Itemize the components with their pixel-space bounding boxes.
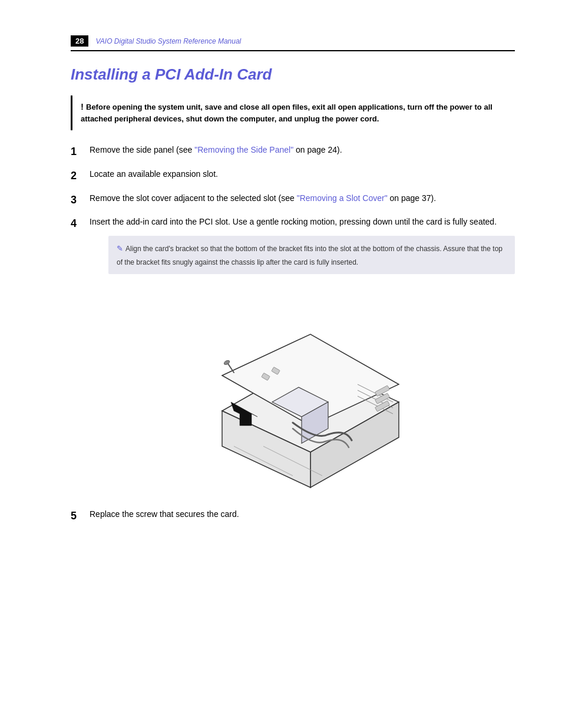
step-1-content: Remove the side panel (see "Removing the… <box>90 143 342 160</box>
header-bar: 28 VAIO Digital Studio System Reference … <box>71 35 515 51</box>
steps-list: 1 Remove the side panel (see "Removing t… <box>71 143 515 281</box>
pci-card-diagram <box>175 293 411 493</box>
step-4-number: 4 <box>71 215 90 281</box>
slot-cover-link[interactable]: "Removing a Slot Cover" <box>297 193 388 203</box>
step-3: 3 Remove the slot cover adjacent to the … <box>71 192 515 209</box>
note-icon: ✎ <box>117 244 123 253</box>
step-5: 5 Replace the screw that secures the car… <box>71 508 515 525</box>
note-box: ✎Align the card's bracket so that the bo… <box>108 236 515 274</box>
section-title: Installing a PCI Add-In Card <box>71 65 515 84</box>
step-3-content: Remove the slot cover adjacent to the se… <box>90 192 436 209</box>
header-title: VAIO Digital Studio System Reference Man… <box>95 37 241 45</box>
warning-box: !Before opening the system unit, save an… <box>71 95 515 130</box>
step-4-body: Insert the add-in card into the PCI slot… <box>90 215 515 281</box>
step-4-content: Insert the add-in card into the PCI slot… <box>90 217 497 226</box>
page-number: 28 <box>71 35 88 47</box>
step-1-number: 1 <box>71 143 90 160</box>
steps-list-continued: 5 Replace the screw that secures the car… <box>71 508 515 525</box>
step-2: 2 Locate an available expansion slot. <box>71 167 515 185</box>
diagram-container <box>71 293 515 493</box>
step-5-content: Replace the screw that secures the card. <box>90 508 239 525</box>
step-2-number: 2 <box>71 167 90 185</box>
step-5-number: 5 <box>71 508 90 525</box>
step-1: 1 Remove the side panel (see "Removing t… <box>71 143 515 160</box>
step-4: 4 Insert the add-in card into the PCI sl… <box>71 215 515 281</box>
side-panel-link[interactable]: "Removing the Side Panel" <box>194 145 293 154</box>
step-3-number: 3 <box>71 192 90 209</box>
warning-icon: ! <box>81 101 84 111</box>
note-text: Align the card's bracket so that the bot… <box>117 245 503 266</box>
warning-text: Before opening the system unit, save and… <box>81 103 492 123</box>
page: 28 VAIO Digital Studio System Reference … <box>0 0 562 728</box>
step-2-content: Locate an available expansion slot. <box>90 167 218 185</box>
